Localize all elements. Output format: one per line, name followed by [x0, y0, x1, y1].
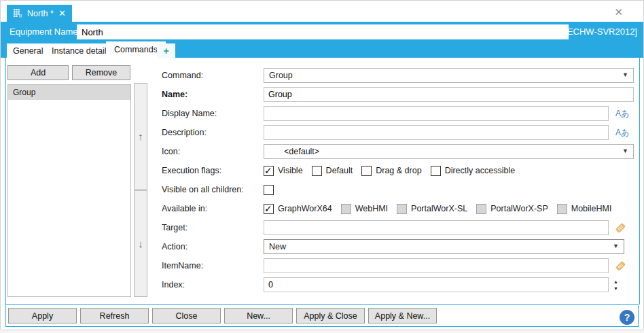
- localize-icon[interactable]: Aあ: [615, 108, 629, 120]
- equipment-name-input[interactable]: [77, 24, 569, 39]
- drag-drop-checkbox-label: Drag & drop: [376, 166, 421, 175]
- document-tab-title: North *: [27, 9, 54, 18]
- row-name: Name:: [162, 85, 637, 104]
- new-button[interactable]: New...: [224, 308, 293, 323]
- tag-icon[interactable]: [615, 260, 626, 272]
- close-button[interactable]: Close: [152, 308, 221, 323]
- tab-general[interactable]: General: [7, 43, 49, 58]
- row-display-name: Display Name: Aあ: [162, 104, 637, 123]
- directly-accessible-checkbox-label: Directly accessible: [445, 166, 516, 175]
- flag-visible: Visible: [264, 166, 303, 176]
- default-checkbox[interactable]: [312, 166, 322, 176]
- refresh-button[interactable]: Refresh: [80, 308, 149, 323]
- tab-strip: General Instance details Commands +: [1, 41, 643, 58]
- apply-new-button[interactable]: Apply & New...: [368, 308, 437, 323]
- mobilehmi-checkbox-label: MobileHMI: [571, 204, 612, 213]
- visible-checkbox[interactable]: [264, 166, 274, 176]
- avail-portalworx-sp: PortalWorX-SP: [476, 204, 548, 214]
- row-action: Action: New ▼: [162, 237, 637, 256]
- question-mark-icon: ?: [624, 312, 630, 323]
- webhmi-checkbox: [341, 204, 351, 214]
- row-visible-on-all-children: Visible on all children:: [162, 180, 637, 199]
- description-input[interactable]: [264, 125, 609, 140]
- add-button[interactable]: Add: [7, 65, 69, 80]
- row-execution-flags: Execution flags: Visible Default Drag & …: [162, 161, 637, 180]
- document-tab-north[interactable]: North * ✕: [7, 5, 72, 22]
- default-checkbox-label: Default: [326, 166, 353, 175]
- spin-down-icon[interactable]: ▼: [613, 286, 618, 291]
- apply-close-button[interactable]: Apply & Close: [296, 308, 365, 323]
- avail-mobilehmi: MobileHMI: [557, 204, 612, 214]
- localize-icon[interactable]: Aあ: [615, 127, 629, 139]
- graphworx64-checkbox[interactable]: [264, 204, 274, 214]
- row-icon: Icon: <default> ▼: [162, 142, 637, 161]
- commands-listbox[interactable]: Group: [7, 84, 131, 297]
- flag-directly-accessible: Directly accessible: [431, 166, 516, 176]
- up-arrow-icon: ↑: [138, 130, 143, 142]
- mobilehmi-checkbox: [557, 204, 567, 214]
- help-button[interactable]: ?: [620, 310, 634, 325]
- row-index: Index: ▲ ▼: [162, 275, 637, 294]
- row-description: Description: Aあ: [162, 123, 637, 142]
- visible-checkbox-label: Visible: [278, 166, 303, 175]
- document-tab-row: North * ✕ ✕: [1, 1, 643, 22]
- webhmi-checkbox-label: WebHMI: [355, 204, 388, 213]
- target-label: Target:: [162, 223, 264, 232]
- chevron-down-icon: ▼: [622, 71, 628, 78]
- item-name-label: ItemName:: [162, 261, 264, 270]
- graphworx64-checkbox-label: GraphWorX64: [278, 204, 332, 213]
- description-label: Description:: [162, 128, 264, 137]
- action-dropdown-value: New: [264, 242, 286, 251]
- list-item-group[interactable]: Group: [8, 85, 130, 100]
- content-border-left: [5, 58, 6, 304]
- window-close-icon[interactable]: ✕: [614, 7, 623, 17]
- name-label: Name:: [162, 90, 264, 99]
- visible-on-all-children-checkbox[interactable]: [264, 185, 274, 195]
- drag-drop-checkbox[interactable]: [361, 166, 372, 176]
- equipment-name-label: Equipment Name:: [10, 27, 80, 37]
- reorder-strip: ↑ ↓: [134, 83, 149, 298]
- screen: North * ✕ ✕ Equipment Name: [TECHW-SVR20…: [0, 0, 644, 333]
- row-target: Target:: [162, 218, 637, 237]
- icon-dropdown-value: <default>: [264, 147, 319, 156]
- window-shadow: [0, 330, 644, 333]
- icon-label: Icon:: [162, 147, 264, 156]
- tab-close-icon[interactable]: ✕: [58, 9, 66, 18]
- portalworx-sl-checkbox: [397, 204, 407, 214]
- move-up-button[interactable]: ↑: [134, 83, 147, 190]
- equipment-name-bar: Equipment Name: [TECHW-SVR2012]: [1, 22, 643, 41]
- icon-dropdown[interactable]: <default> ▼: [264, 144, 634, 159]
- index-input[interactable]: [264, 277, 609, 292]
- row-command: Command: Group ▼: [162, 66, 637, 85]
- display-name-input[interactable]: [264, 106, 609, 121]
- command-dropdown-value: Group: [264, 71, 293, 80]
- index-label: Index:: [162, 280, 264, 290]
- chevron-down-icon: ▼: [613, 243, 619, 249]
- command-form: Command: Group ▼ Name: Display Name: Aあ …: [162, 66, 637, 294]
- target-input[interactable]: [264, 220, 609, 235]
- directly-accessible-checkbox[interactable]: [431, 166, 441, 176]
- remove-button[interactable]: Remove: [72, 65, 130, 80]
- flag-drag-drop: Drag & drop: [361, 166, 421, 176]
- apply-button[interactable]: Apply: [8, 308, 77, 323]
- move-down-button[interactable]: ↓: [134, 190, 147, 297]
- command-label: Command:: [162, 71, 264, 80]
- avail-webhmi: WebHMI: [341, 204, 388, 214]
- tag-icon[interactable]: [615, 222, 626, 234]
- avail-portalworx-sl: PortalWorX-SL: [397, 204, 467, 214]
- execution-flags-label: Execution flags:: [162, 166, 264, 175]
- add-tab-button[interactable]: +: [157, 43, 175, 58]
- content-border-right: [639, 58, 640, 304]
- server-name-badge: [TECHW-SVR2012]: [559, 27, 637, 37]
- command-dropdown[interactable]: Group ▼: [264, 68, 634, 83]
- portalworx-sp-checkbox: [476, 204, 486, 214]
- action-dropdown[interactable]: New ▼: [264, 239, 624, 254]
- portalworx-sp-checkbox-label: PortalWorX-SP: [490, 204, 548, 213]
- spin-up-icon[interactable]: ▲: [613, 279, 618, 284]
- row-available-in: Available in: GraphWorX64 WebHMI PortalW…: [162, 199, 637, 218]
- name-input[interactable]: [264, 87, 634, 102]
- equipment-editor-window: North * ✕ ✕ Equipment Name: [TECHW-SVR20…: [0, 0, 644, 329]
- flag-default: Default: [312, 166, 353, 176]
- item-name-input[interactable]: [264, 258, 609, 273]
- portalworx-sl-checkbox-label: PortalWorX-SL: [411, 204, 467, 213]
